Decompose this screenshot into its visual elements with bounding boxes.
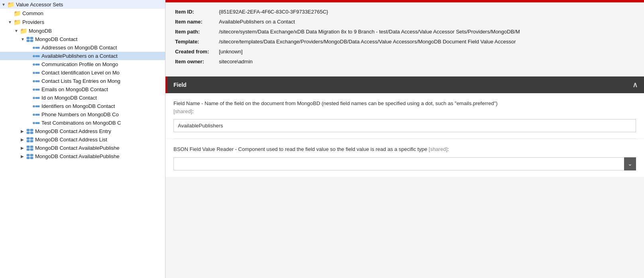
svg-rect-26: [27, 132, 30, 134]
svg-rect-25: [30, 129, 33, 131]
label-template: Template:: [175, 39, 219, 45]
tree-item-mongodb-contact-address-entry[interactable]: ▶ MongoDB Contact Address Entry: [0, 127, 165, 135]
svg-rect-13: [35, 80, 39, 82]
label-providers: Providers: [22, 19, 44, 25]
svg-rect-39: [30, 157, 33, 159]
svg-rect-30: [27, 140, 30, 142]
label-created-from: Created from:: [175, 49, 219, 55]
label-mongodb-contact: MongoDB Contact: [35, 36, 77, 42]
folder-icon-value-accessor-sets: 📁: [7, 1, 14, 8]
tree-item-mongodb-contact-availablepublishe2[interactable]: ▶ MongoDB Contact AvailablePublishe: [0, 152, 165, 161]
svg-rect-23: [35, 122, 39, 124]
svg-rect-34: [27, 149, 30, 151]
label-mongodb: MongoDB: [29, 28, 52, 34]
bson-label: BSON Field Value Reader - Component used…: [173, 146, 427, 152]
field-name-content: Field Name - Name of the field on the do…: [165, 93, 644, 139]
field-section-header[interactable]: Field ∧: [165, 76, 644, 93]
arrow-mongodb-contact-address-entry: ▶: [21, 129, 26, 133]
tree-item-mongodb-contact-availablepublishe1[interactable]: ▶ MongoDB Contact AvailablePublishe: [0, 144, 165, 152]
label-communication-profile: Communication Profile on Mongo: [41, 61, 118, 67]
tree-item-mongodb[interactable]: ▼ 📁 MongoDB: [0, 26, 165, 35]
tree-panel: ▼ 📁 Value Accessor Sets 📁 Common ▼ 📁 Pro…: [0, 0, 165, 278]
bson-colon: :: [447, 146, 449, 152]
svg-point-18: [33, 105, 35, 107]
field-name-colon: :: [192, 108, 194, 114]
field-name-label: Field Name - Name of the field on the do…: [173, 100, 498, 106]
leaf-icon-addresses: [33, 45, 40, 51]
tree-item-test-combinations[interactable]: Test Combinations on MongoDB C: [0, 119, 165, 127]
tree-item-id[interactable]: Id on MongoDB Contact: [0, 94, 165, 102]
arrow-id: [27, 96, 33, 100]
info-row-item-path: Item path: /sitecore/system/Data Exchang…: [175, 29, 634, 35]
folder-icon-mongodb: 📁: [20, 27, 27, 34]
tree-item-value-accessor-sets[interactable]: ▼ 📁 Value Accessor Sets: [0, 0, 165, 9]
svg-point-8: [33, 63, 35, 65]
label-item-path: Item path:: [175, 29, 219, 35]
svg-rect-29: [30, 137, 33, 139]
info-section: Item ID: {851E92AE-2EFA-4F6C-83C0-3F9733…: [165, 2, 644, 76]
leaf-icon-phone-numbers: [33, 112, 40, 117]
svg-rect-11: [35, 72, 39, 74]
label-addresses: Addresses on MongoDB Contact: [41, 45, 117, 51]
arrow-mongodb-contact-availablepublishe2: ▶: [21, 154, 26, 159]
svg-point-22: [33, 122, 35, 124]
svg-rect-33: [30, 146, 33, 148]
label-item-id: Item ID:: [175, 9, 219, 15]
arrow-communication-profile: [27, 62, 33, 67]
arrow-availablepublishers: [27, 54, 33, 58]
tree-item-communication-profile[interactable]: Communication Profile on Mongo: [0, 60, 165, 69]
arrow-mongodb: ▼: [14, 29, 20, 33]
svg-point-4: [33, 47, 35, 49]
svg-rect-19: [35, 106, 39, 107]
tree-item-mongodb-contact[interactable]: ▼ MongoDB Contact: [0, 35, 165, 43]
tree-item-providers[interactable]: ▼ 📁 Providers: [0, 18, 165, 26]
svg-rect-1: [30, 37, 33, 39]
arrow-common: [8, 11, 14, 16]
label-test-combinations: Test Combinations on MongoDB C: [41, 120, 121, 126]
tree-item-contact-identification[interactable]: Contact Identification Level on Mo: [0, 69, 165, 77]
tree-item-availablepublishers[interactable]: AvailablePublishers on a Contact: [0, 52, 165, 60]
label-item-name: Item name:: [175, 19, 219, 25]
value-item-owner: sitecore\admin: [219, 59, 253, 65]
svg-rect-31: [30, 140, 33, 142]
arrow-providers: ▼: [8, 20, 14, 24]
bson-description: BSON Field Value Reader - Component used…: [173, 145, 636, 153]
svg-rect-3: [30, 40, 33, 42]
arrow-test-combinations: [27, 121, 33, 125]
collapse-icon[interactable]: ∧: [632, 80, 638, 89]
svg-rect-27: [30, 132, 33, 134]
svg-rect-38: [27, 157, 30, 159]
tree-item-addresses[interactable]: Addresses on MongoDB Contact: [0, 43, 165, 52]
arrow-phone-numbers: [27, 112, 33, 117]
field-name-shared: [shared]: [173, 108, 192, 114]
info-row-template: Template: /sitecore/templates/Data Excha…: [175, 39, 634, 45]
tree-item-phone-numbers[interactable]: Phone Numbers on MongoDB Co: [0, 110, 165, 119]
svg-rect-17: [35, 97, 39, 99]
svg-point-20: [33, 114, 35, 116]
arrow-addresses: [27, 45, 33, 50]
folder-icon-common: 📁: [14, 10, 21, 16]
tree-item-contact-lists-tag[interactable]: Contact Lists Tag Entries on Mong: [0, 77, 165, 85]
arrow-emails: [27, 87, 33, 92]
info-row-created-from: Created from: [unknown]: [175, 49, 634, 55]
component-icon-mongodb-contact-availablepublishe2: [26, 154, 33, 159]
svg-rect-21: [35, 114, 39, 116]
svg-rect-36: [27, 154, 30, 156]
svg-rect-37: [30, 154, 33, 156]
label-common: Common: [22, 10, 43, 16]
tree-item-common[interactable]: 📁 Common: [0, 9, 165, 18]
tree-item-emails[interactable]: Emails on MongoDB Contact: [0, 85, 165, 94]
svg-rect-0: [27, 37, 30, 39]
info-row-item-id: Item ID: {851E92AE-2EFA-4F6C-83C0-3F9733…: [175, 9, 634, 15]
bson-select[interactable]: [173, 157, 636, 170]
svg-rect-2: [27, 40, 30, 42]
tree-item-mongodb-contact-address-list[interactable]: ▶ MongoDB Contact Address List: [0, 135, 165, 144]
leaf-icon-emails: [33, 87, 40, 92]
svg-rect-24: [27, 129, 30, 131]
svg-point-12: [33, 80, 35, 82]
leaf-icon-test-combinations: [33, 120, 40, 126]
field-name-input[interactable]: [173, 119, 636, 132]
value-item-id: {851E92AE-2EFA-4F6C-83C0-3F9733E2765C}: [219, 9, 328, 15]
tree-item-identifiers[interactable]: Identifiers on MongoDB Contact: [0, 102, 165, 110]
arrow-contact-identification: [27, 70, 33, 75]
